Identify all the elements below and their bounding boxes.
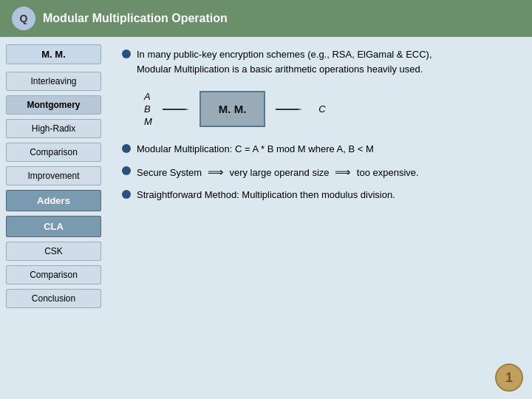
bullet-1: In many public-key encryption schemes (e… <box>122 47 517 76</box>
sidebar-item-cla[interactable]: CLA <box>6 216 101 237</box>
double-arrow-2: ⟹ <box>335 166 351 178</box>
bullet-icon-2 <box>122 144 131 153</box>
diagram-output: C <box>318 103 325 115</box>
bullet3-text: Secure System ⟹ very large operand size … <box>137 164 517 181</box>
svg-marker-3 <box>298 109 302 110</box>
input-b: B <box>144 103 152 115</box>
bullet1-text: In many public-key encryption schemes (e… <box>137 49 432 60</box>
input-m: M <box>144 116 152 127</box>
main-layout: M. M. Interleaving Montgomery High-Radix… <box>0 37 532 399</box>
output-arrow <box>276 109 302 110</box>
sidebar-item-interleaving[interactable]: Interleaving <box>6 72 101 91</box>
bullet-4: Straightforward Method: Multiplication t… <box>122 188 517 202</box>
bullet-icon-4 <box>122 190 131 199</box>
input-a: A <box>144 91 152 102</box>
svg-marker-1 <box>185 109 189 110</box>
sidebar-title: M. M. <box>6 44 101 64</box>
sidebar-item-adders[interactable]: Adders <box>6 190 101 211</box>
page-title: Modular Multiplication Operation <box>43 12 228 25</box>
sidebar-item-improvement[interactable]: Improvement <box>6 166 101 185</box>
input-arrow <box>163 109 189 110</box>
sidebar-item-montgomery[interactable]: Montgomery <box>6 95 101 115</box>
bullet-3: Secure System ⟹ very large operand size … <box>122 164 517 181</box>
bullet1-continuation: Modular Multiplication is a basic arithm… <box>137 64 423 75</box>
diagram-area: A B M M. M. C <box>144 91 517 127</box>
diagram-box: M. M. <box>200 91 266 127</box>
footer-logo: 1 <box>495 364 523 392</box>
bullet-icon-3 <box>122 166 131 175</box>
sidebar: M. M. Interleaving Montgomery High-Radix… <box>0 37 107 399</box>
sidebar-item-conclusion[interactable]: Conclusion <box>6 289 101 308</box>
sidebar-item-comparison1[interactable]: Comparison <box>6 143 101 162</box>
bullet-2: Modular Multiplication: C = A * B mod M … <box>122 142 517 157</box>
bullet4-text: Straightforward Method: Multiplication t… <box>137 188 517 202</box>
header-bar: Q Modular Multiplication Operation <box>0 0 532 37</box>
diagram-inputs: A B M <box>144 91 152 127</box>
bullet-icon-1 <box>122 50 131 58</box>
content-area: In many public-key encryption schemes (e… <box>107 37 532 399</box>
bullet2-text: Modular Multiplication: C = A * B mod M … <box>137 142 517 157</box>
double-arrow-1: ⟹ <box>208 166 224 178</box>
sidebar-item-high-radix[interactable]: High-Radix <box>6 119 101 138</box>
sidebar-item-comparison2[interactable]: Comparison <box>6 265 101 284</box>
sidebar-item-csk[interactable]: CSK <box>6 242 101 261</box>
header-logo: Q <box>12 7 35 30</box>
